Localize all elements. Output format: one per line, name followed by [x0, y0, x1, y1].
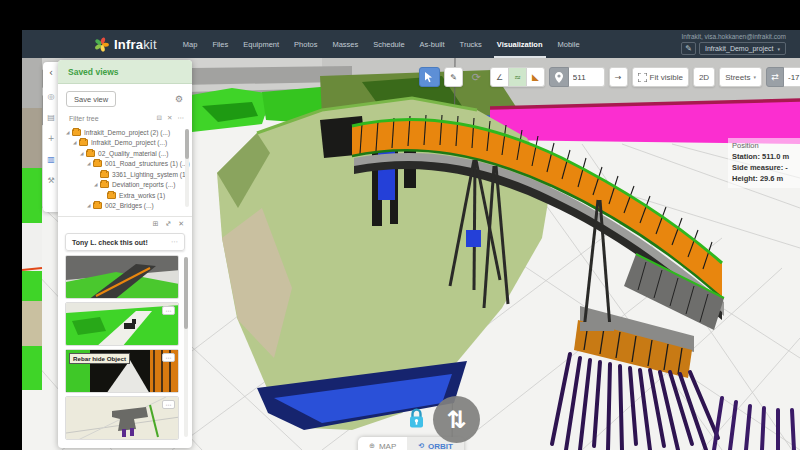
grid-view-icon[interactable]: ⊞: [152, 220, 158, 228]
measure-tool-button[interactable]: ✎: [444, 67, 463, 87]
nav-tab-asbuilt[interactable]: As-built: [420, 30, 445, 58]
cursor-icon: [425, 72, 434, 83]
layers-icon[interactable]: ▤: [45, 111, 57, 123]
gear-icon[interactable]: ⚙: [175, 94, 183, 104]
up-down-arrows-icon: ⇅: [446, 406, 466, 434]
nav-tab-schedule[interactable]: Schedule: [373, 30, 404, 58]
thumbnail-rebar[interactable]: Rebar hide Object ⋯: [65, 349, 179, 393]
station-readout: Station: 511.0 m: [732, 152, 789, 161]
edit-project-button[interactable]: ✎: [681, 42, 696, 55]
tree-item[interactable]: ◢Deviation_reports (...): [64, 180, 192, 191]
nav-user-area: Infrakit, visa.hokkanen@infrakit.com ✎ I…: [681, 33, 786, 55]
thumbnails-scrollbar[interactable]: [184, 257, 188, 437]
chevron-down-icon: ▾: [777, 46, 780, 52]
nav-tab-photos[interactable]: Photos: [294, 30, 317, 58]
equipment-icon[interactable]: ⚒: [45, 174, 57, 186]
cross-section-button[interactable]: ∠: [490, 67, 509, 87]
card-more-icon[interactable]: ⋯: [171, 238, 178, 246]
clear-filter-icon[interactable]: ✕: [167, 114, 172, 122]
save-view-button[interactable]: Save view: [66, 91, 116, 107]
chevron-down-icon: ▾: [753, 74, 756, 80]
folder-icon: [93, 202, 102, 209]
go-to-station-button[interactable]: →: [609, 67, 628, 87]
nav-tab-visualization[interactable]: Visualization: [497, 30, 543, 58]
folder-icon: [93, 160, 102, 167]
terrain-layer-button[interactable]: ≈: [508, 67, 527, 87]
refresh-button[interactable]: ⟳: [467, 67, 486, 87]
map-mode-button[interactable]: ⊕ MAP: [358, 437, 407, 450]
shared-view-card[interactable]: Tony L. check this out! ⋯: [65, 233, 185, 251]
fit-visible-button[interactable]: Fit visible: [632, 67, 689, 87]
logo-text: Infrakit: [114, 37, 157, 52]
user-email-text: Infrakit, visa.hokkanen@infrakit.com: [681, 33, 786, 40]
nav-tab-files[interactable]: Files: [212, 30, 228, 58]
saved-view-thumbnails: ⋯ Rebar hide Object ⋯: [58, 255, 192, 440]
folder-icon: [79, 139, 88, 146]
infrakit-logo-icon: [94, 37, 109, 52]
nav-tab-mobile[interactable]: Mobile: [558, 30, 580, 58]
tree-item[interactable]: ◢Infrakit_Demo_project (...): [64, 138, 192, 149]
mode-2d-button[interactable]: 2D: [693, 67, 715, 87]
panel-header: Saved views: [58, 60, 192, 84]
tree-item[interactable]: ◢02_Quality_material (...): [64, 148, 192, 159]
station-pin-icon: [549, 67, 569, 87]
position-title: Position: [732, 141, 800, 152]
map-icon: ⊕: [369, 442, 375, 450]
nav-tab-map[interactable]: Map: [183, 30, 198, 58]
thumbnail-terrain-truck[interactable]: ⋯: [65, 302, 179, 346]
locate-icon[interactable]: ◎: [45, 90, 57, 102]
position-panel: Position Station: 511.0 m Side measure: …: [728, 138, 800, 188]
side-measure-readout: Side measure: -: [732, 163, 788, 172]
folder-icon: [100, 181, 109, 188]
tree-item[interactable]: ◢001_Road_structures (1) (...): [64, 159, 192, 170]
infrakit-logo[interactable]: Infrakit: [94, 37, 157, 52]
app-window: Infrakit Map Files Equipment Photos Mass…: [22, 30, 800, 450]
tree-item[interactable]: ◢Extra_works (1): [64, 190, 192, 201]
view-toolbar: ✎ ⟳ ∠ ≈ ◣ → Fit visible 2D Streets ▾: [419, 67, 800, 87]
nav-tab-equipment[interactable]: Equipment: [243, 30, 279, 58]
thumbnail-rebar-label: Rebar hide Object: [69, 353, 130, 364]
thumbnail-more-icon[interactable]: ⋯: [162, 353, 175, 362]
fit-visible-icon: [638, 73, 647, 82]
shared-view-title: Tony L. check this out!: [72, 239, 148, 246]
folder-icon: [107, 192, 116, 199]
folder-icon: [72, 129, 81, 136]
lock-view-button[interactable]: [408, 408, 425, 433]
collapse-sidebar-button[interactable]: ‹: [45, 66, 57, 78]
add-icon[interactable]: +: [45, 132, 57, 144]
tree-item[interactable]: ◢002_Bridges (...): [64, 201, 192, 212]
thumbnail-bridge-pier[interactable]: ⋯: [65, 396, 179, 440]
project-name-label: Infrakit_Demo_project: [705, 45, 773, 52]
nav-menu: Map Files Equipment Photos Masses Schedu…: [183, 30, 595, 58]
sidebar-rail: ‹ ◎ ▤ + ▥ ⚒: [43, 62, 59, 212]
pan-updown-control[interactable]: ⇅: [433, 396, 480, 443]
tree-item[interactable]: ◢3361_Lighting_system (1): [64, 169, 192, 180]
saved-views-panel: Saved views Save view ⚙ Filter tree ⊟ ✕ …: [58, 60, 192, 448]
select-tool-button[interactable]: [419, 67, 440, 87]
filter-tree: ◢Infrakit_Demo_project (2) (...) ◢Infrak…: [58, 125, 192, 213]
filter-tree-label: Filter tree: [69, 115, 99, 122]
close-icon[interactable]: ✕: [178, 220, 184, 228]
thumbnail-more-icon[interactable]: ⋯: [162, 400, 175, 409]
surface-model-button[interactable]: ◣: [526, 67, 545, 87]
collapse-all-icon[interactable]: ⊟: [157, 114, 162, 122]
nav-tab-trucks[interactable]: Trucks: [460, 30, 482, 58]
folder-icon: [86, 150, 95, 157]
tree-scrollbar[interactable]: [185, 129, 189, 207]
station-input[interactable]: [569, 67, 605, 87]
offset-icon: ⇄: [766, 67, 784, 87]
orbit-icon: ⟲: [418, 442, 424, 450]
project-selector-button[interactable]: Infrakit_Demo_project ▾: [699, 42, 786, 55]
more-options-icon[interactable]: ⋯: [178, 114, 185, 122]
offset-value-field[interactable]: -17: [784, 67, 800, 87]
tree-item[interactable]: ◢Infrakit_Demo_project (2) (...): [64, 127, 192, 138]
expand-panel-icon[interactable]: ↕: [163, 219, 173, 229]
thumbnail-more-icon[interactable]: ⋯: [162, 306, 175, 315]
folder-icon: [100, 171, 109, 178]
saved-views-icon[interactable]: ▥: [45, 153, 57, 165]
height-readout: Height: 29.6 m: [732, 174, 783, 183]
nav-tab-masses[interactable]: Masses: [332, 30, 358, 58]
thumbnail-bridge-overview[interactable]: [65, 255, 179, 299]
panel-title: Saved views: [68, 67, 119, 77]
basemap-select[interactable]: Streets ▾: [719, 67, 762, 87]
